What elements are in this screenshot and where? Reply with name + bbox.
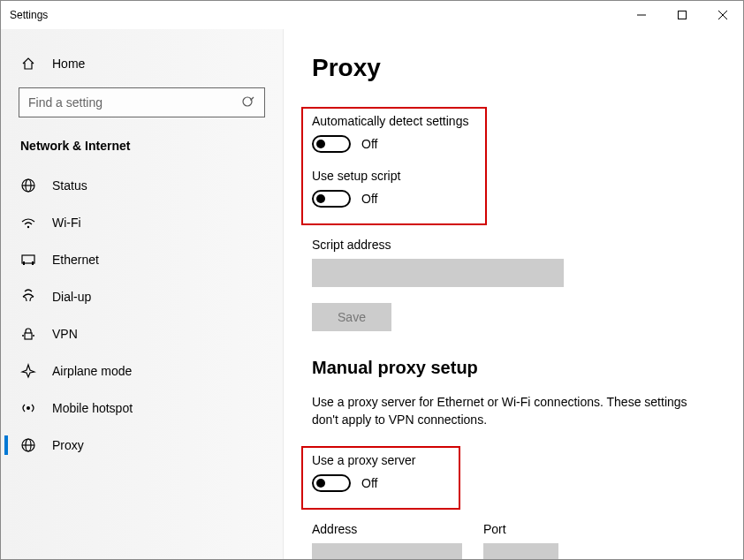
vpn-icon (20, 326, 36, 342)
svg-point-16 (27, 406, 30, 410)
nav-list: Status Wi-Fi Ethernet Dial-up (4, 167, 279, 464)
svg-rect-1 (679, 11, 687, 19)
highlight-box-auto: Automatically detect settings Off Use se… (301, 107, 487, 225)
sidebar-item-hotspot[interactable]: Mobile hotspot (4, 390, 279, 427)
svg-rect-11 (23, 261, 25, 265)
svg-point-15 (33, 335, 34, 337)
manual-section-desc: Use a proxy server for Ethernet or Wi-Fi… (312, 394, 692, 428)
ethernet-icon (20, 252, 36, 268)
sidebar-item-label: Ethernet (52, 253, 99, 267)
sidebar-item-label: VPN (52, 327, 78, 341)
sidebar-item-wifi[interactable]: Wi-Fi (4, 204, 279, 241)
script-address-input[interactable] (312, 259, 564, 287)
sidebar-item-label: Mobile hotspot (52, 401, 133, 415)
auto-detect-toggle[interactable] (312, 135, 351, 153)
status-icon (20, 178, 36, 193)
search-box[interactable] (19, 87, 265, 117)
highlight-box-manual: Use a proxy server Off (301, 446, 460, 510)
minimize-button[interactable] (621, 1, 662, 29)
search-input[interactable] (28, 95, 241, 110)
maximize-button[interactable] (662, 1, 702, 29)
use-proxy-toggle[interactable] (312, 474, 351, 492)
page-title: Proxy (312, 54, 743, 82)
sidebar-item-label: Airplane mode (52, 364, 132, 378)
address-label: Address (312, 522, 462, 536)
sidebar-item-status[interactable]: Status (4, 167, 279, 204)
search-icon (241, 95, 255, 110)
address-input[interactable] (312, 543, 462, 559)
manual-section-title: Manual proxy setup (312, 358, 743, 378)
use-script-label: Use setup script (312, 169, 476, 183)
home-icon (20, 56, 36, 72)
sidebar-item-label: Dial-up (52, 290, 91, 304)
sidebar-item-label: Status (52, 178, 87, 193)
use-proxy-label: Use a proxy server (312, 453, 450, 467)
sidebar-item-label: Proxy (52, 438, 84, 452)
auto-detect-label: Automatically detect settings (312, 114, 476, 128)
use-script-toggle[interactable] (312, 190, 351, 208)
svg-point-9 (27, 226, 29, 228)
sidebar-item-ethernet[interactable]: Ethernet (4, 241, 279, 278)
auto-detect-state: Off (361, 137, 377, 151)
home-label: Home (52, 57, 85, 71)
use-script-state: Off (361, 192, 377, 206)
window-controls (621, 1, 743, 29)
svg-rect-12 (32, 261, 34, 265)
sidebar: Home Network & Internet Status Wi-Fi (1, 29, 284, 559)
proxy-icon (20, 437, 36, 453)
svg-point-4 (243, 97, 252, 106)
sidebar-item-proxy[interactable]: Proxy (4, 427, 279, 464)
sidebar-item-dialup[interactable]: Dial-up (4, 278, 279, 315)
content-area: Proxy Automatically detect settings Off … (284, 29, 743, 559)
sidebar-item-vpn[interactable]: VPN (4, 315, 279, 352)
use-proxy-state: Off (361, 476, 377, 490)
sidebar-item-airplane[interactable]: Airplane mode (4, 352, 279, 390)
port-label: Port (483, 522, 558, 536)
svg-point-14 (22, 335, 24, 337)
titlebar: Settings (1, 1, 743, 29)
dialup-icon (20, 289, 36, 305)
svg-rect-13 (25, 333, 32, 339)
hotspot-icon (20, 400, 36, 416)
category-header: Network & Internet (4, 133, 279, 167)
close-button[interactable] (702, 1, 743, 29)
wifi-icon (20, 215, 36, 231)
save-button[interactable]: Save (312, 303, 391, 331)
port-input[interactable] (483, 543, 558, 559)
airplane-icon (20, 363, 36, 379)
script-address-label: Script address (312, 238, 743, 252)
home-item[interactable]: Home (4, 47, 279, 80)
sidebar-item-label: Wi-Fi (52, 216, 81, 230)
window-title: Settings (10, 9, 48, 21)
